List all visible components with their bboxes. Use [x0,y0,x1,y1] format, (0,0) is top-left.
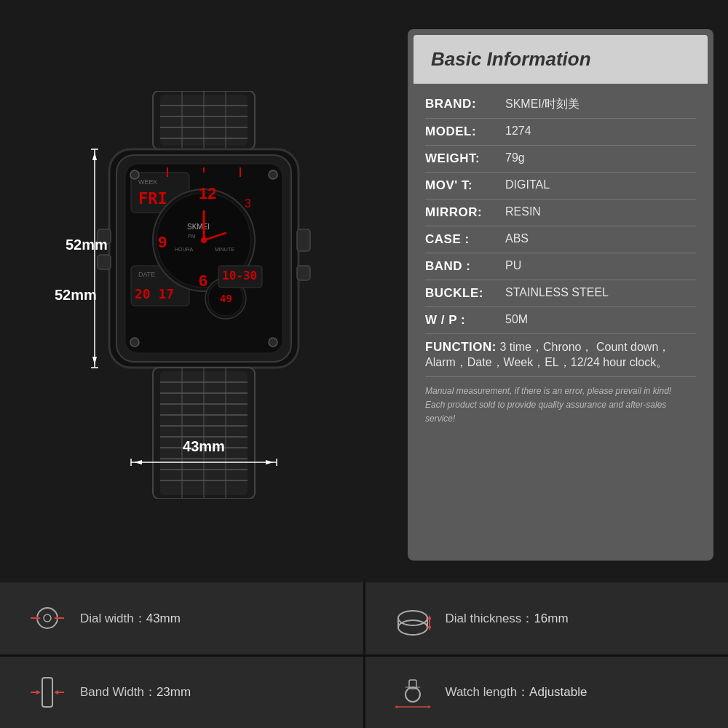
info-row-label: BUCKLE: [425,286,505,301]
info-row-label: WEIGHT: [425,151,505,166]
spec-key-0: Dial width： [80,612,146,625]
watch-drawing-wrapper: WEEK FRI DATE 20 17 [66,91,342,499]
svg-text:6: 6 [199,272,207,290]
info-row-label: MODEL: [425,124,505,139]
spec-key-2: Band Width： [80,685,157,699]
spec-val-1: 16mm [534,612,568,625]
dial-width-icon [29,600,66,636]
spec-cell-0: Dial width：43mm [0,582,363,654]
function-label: FUNCTION: [425,340,496,354]
info-row-label: BRAND: [425,97,505,111]
svg-text:SKMEI: SKMEI [187,223,210,231]
info-row: BAND :PU [425,253,696,280]
info-row-value: ABS [505,232,529,245]
svg-text:10-30: 10-30 [222,269,257,282]
svg-marker-66 [92,357,97,365]
svg-marker-75 [36,616,41,620]
info-row-label: W / P : [425,313,505,328]
watch-length-icon [395,674,431,711]
note-line2: Each product sold to provide quality ass… [425,400,666,424]
svg-marker-71 [266,460,274,464]
info-row: WEIGHT:79g [425,146,696,173]
dim-width: 43mm [183,438,225,455]
spec-val-3: Adjustable [529,685,587,699]
svg-text:49: 49 [220,293,232,304]
info-card: Basic Information BRAND:SKMEI/时刻美MODEL:1… [408,29,713,561]
info-section: Basic Information BRAND:SKMEI/时刻美MODEL:1… [408,22,713,568]
svg-text:12: 12 [199,184,216,202]
info-row-value: RESIN [505,205,541,218]
svg-marker-65 [92,152,97,160]
svg-text:WEEK: WEEK [138,178,158,186]
spec-text-3: Watch length：Adjustable [446,684,587,700]
info-row-label: MIRROR: [425,205,505,220]
info-row-value: SKMEI/时刻美 [505,97,579,112]
band-width-icon [29,674,66,711]
info-row-value: 1274 [505,124,531,138]
info-title: Basic Information [431,48,591,70]
watch-image-container: 52mm [51,76,357,513]
spec-key-3: Watch length： [446,685,530,699]
svg-marker-96 [428,705,431,708]
info-row-label: MOV' T: [425,178,505,193]
info-header: Basic Information [414,35,708,84]
info-row: MOV' T:DIGITAL [425,173,696,199]
svg-marker-77 [54,616,58,620]
info-row-value: STAINLESS STEEL [505,286,609,299]
info-row-value: PU [505,259,521,272]
info-row-value: DIGITAL [505,178,550,191]
svg-rect-85 [42,678,52,707]
spec-text-1: Dial thickness：16mm [446,610,569,627]
svg-text:MINUTE: MINUTE [215,247,234,252]
watch-svg: WEEK FRI DATE 20 17 [66,91,342,499]
svg-point-73 [44,614,51,622]
svg-marker-89 [54,690,58,695]
info-row: MIRROR:RESIN [425,199,696,226]
info-note: Manual measurement, if there is an error… [425,377,696,430]
svg-point-24 [130,170,139,179]
info-row: BUCKLE:STAINLESS STEEL [425,280,696,307]
svg-rect-14 [98,255,111,269]
info-row: W / P :50M [425,307,696,334]
top-section: 52mm [0,0,728,582]
svg-point-81 [398,620,427,635]
svg-text:PM: PM [188,234,196,239]
spec-text-2: Band Width：23mm [80,684,191,700]
info-row-label: BAND : [425,259,505,274]
svg-point-36 [201,237,207,243]
info-row-label: CASE : [425,232,505,247]
svg-text:HOURA: HOURA [175,247,194,252]
svg-point-26 [130,338,139,347]
svg-point-90 [405,687,420,702]
bottom-section: Dial width：43mm Dial thickness：16mm Band… [0,582,728,728]
spec-key-1: Dial thickness： [446,612,534,625]
info-row-value: 50M [505,313,528,326]
watch-section: 52mm [15,22,393,568]
svg-text:9: 9 [158,233,167,251]
spec-cell-1: Dial thickness：16mm [365,582,729,654]
dim-height: 52mm [66,237,108,253]
dial-thickness-icon [395,600,431,636]
svg-marker-87 [36,690,41,695]
svg-point-78 [398,611,427,625]
spec-cell-3: Watch length：Adjustable [365,657,729,729]
info-body: BRAND:SKMEI/时刻美MODEL:1274WEIGHT:79gMOV' … [408,84,713,438]
svg-marker-70 [134,460,142,464]
svg-rect-11 [297,229,310,251]
info-row-value: 79g [505,151,525,165]
svg-text:20 17: 20 17 [135,286,174,301]
info-row: MODEL:1274 [425,119,696,146]
note-line1: Manual measurement, if there is an error… [425,386,671,396]
main-container: 52mm [0,0,728,728]
info-row: BRAND:SKMEI/时刻美 [425,91,696,119]
info-row: CASE :ABS [425,226,696,253]
info-function-row: FUNCTION: 3 time，Chrono， Count down，Alar… [425,334,696,377]
spec-text-0: Dial width：43mm [80,610,181,627]
svg-marker-95 [395,705,397,708]
svg-text:3: 3 [245,197,251,210]
spec-cell-2: Band Width：23mm [0,657,363,729]
spec-val-2: 23mm [157,685,191,699]
svg-text:FRI: FRI [138,189,167,207]
spec-val-0: 43mm [146,612,181,625]
svg-text:DATE: DATE [138,271,155,278]
